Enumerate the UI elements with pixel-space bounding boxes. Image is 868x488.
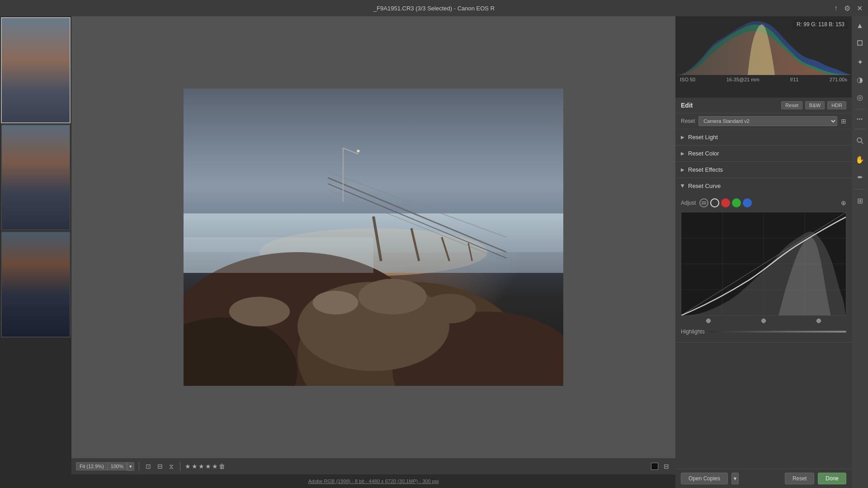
hand-tool-icon[interactable]: ✋ bbox=[854, 154, 866, 166]
adjust-row: Adjust bbox=[681, 198, 846, 207]
zoom-100-button[interactable]: 100% bbox=[107, 462, 127, 470]
filmstrip-item-2[interactable] bbox=[1, 124, 71, 230]
channel-red-btn[interactable] bbox=[721, 198, 730, 207]
right-panel: R: 99 G: 118 B: 153 bbox=[675, 16, 852, 488]
grid-tool-icon[interactable]: ⊞ bbox=[855, 195, 865, 207]
color-section-title: Reset Color bbox=[688, 150, 719, 157]
section-effects-header[interactable]: ▶ Reset Effects bbox=[675, 162, 852, 178]
star-3[interactable]: ★ bbox=[198, 463, 204, 470]
highlights-row: Highlights bbox=[681, 326, 846, 338]
section-color-header[interactable]: ▶ Reset Color bbox=[675, 145, 852, 161]
more-tools-icon[interactable]: ••• bbox=[855, 115, 865, 123]
curve-graph bbox=[681, 212, 846, 316]
star-5[interactable]: ★ bbox=[212, 463, 218, 470]
photo-overlay bbox=[184, 89, 563, 386]
titlebar: _F9A1951.CR3 (3/3 Selected) - Canon EOS … bbox=[0, 0, 868, 16]
channel-blue-btn[interactable] bbox=[743, 198, 752, 207]
mask-tool-icon[interactable]: ◑ bbox=[855, 74, 865, 86]
compare-icon[interactable]: ⊟ bbox=[156, 462, 165, 471]
star-1[interactable]: ★ bbox=[185, 463, 191, 470]
curve-section-title: Reset Curve bbox=[688, 183, 721, 189]
main-photo bbox=[184, 89, 563, 386]
histogram-canvas bbox=[675, 16, 852, 75]
curve-arrow-icon: ▶ bbox=[680, 184, 685, 188]
svg-point-23 bbox=[423, 294, 476, 324]
reset-button[interactable]: Reset bbox=[785, 473, 814, 484]
status-bar: Adobe RGB (1998) - 8 bit - 4480 x 6720 (… bbox=[71, 474, 675, 488]
channel-composite-btn[interactable] bbox=[699, 198, 708, 207]
channel-buttons bbox=[699, 198, 752, 207]
split-view-button[interactable]: ⊟ bbox=[662, 462, 671, 471]
curve-point-1[interactable] bbox=[706, 319, 711, 323]
edit-panel: Edit Reset B&W HDR Reset Camera Standard… bbox=[675, 98, 852, 469]
redeye-tool-icon[interactable]: ◎ bbox=[855, 91, 865, 103]
multiview-icon[interactable]: ⊡ bbox=[144, 462, 153, 471]
zoom-dropdown-button[interactable]: ▾ bbox=[127, 462, 134, 471]
edit-header-buttons: Reset B&W HDR bbox=[781, 101, 846, 109]
section-light-header[interactable]: ▶ Reset Light bbox=[675, 129, 852, 145]
open-copies-dropdown-button[interactable]: ▾ bbox=[731, 473, 739, 484]
histogram-panel-icon[interactable]: ▲ bbox=[854, 20, 865, 32]
edit-title: Edit bbox=[681, 102, 693, 109]
zoom-group: Fit (12.9%) 100% ▾ bbox=[76, 462, 134, 471]
reset-edit-button[interactable]: Reset bbox=[781, 101, 802, 109]
titlebar-title: _F9A1951.CR3 (3/3 Selected) - Canon EOS … bbox=[373, 5, 495, 12]
color-swatch[interactable] bbox=[651, 463, 658, 470]
close-icon[interactable]: ✕ bbox=[857, 4, 863, 13]
star-4[interactable]: ★ bbox=[205, 463, 211, 470]
iso-label: ISO 50 bbox=[680, 77, 695, 82]
svg-line-36 bbox=[861, 142, 863, 144]
curve-point-3[interactable] bbox=[816, 319, 821, 323]
side-icon-separator-3 bbox=[854, 189, 865, 189]
section-light: ▶ Reset Light bbox=[675, 129, 852, 145]
hdr-button[interactable]: HDR bbox=[827, 101, 846, 109]
focal-length-label: 16-35@21 mm bbox=[726, 77, 760, 82]
section-effects: ▶ Reset Effects bbox=[675, 162, 852, 178]
svg-point-21 bbox=[313, 291, 359, 314]
filmstrip-item-1[interactable] bbox=[1, 17, 71, 123]
view-icons: ⊡ ⊟ ⧖ bbox=[144, 462, 175, 471]
svg-point-18 bbox=[357, 150, 359, 152]
star-2[interactable]: ★ bbox=[192, 463, 198, 470]
profile-dropdown[interactable]: Camera Standard v2 bbox=[698, 116, 837, 126]
add-point-button[interactable]: ⊕ bbox=[841, 199, 846, 206]
section-curve-header[interactable]: ▶ Reset Curve bbox=[675, 178, 852, 194]
delete-button[interactable]: 🗑 bbox=[219, 463, 225, 470]
filter-icon[interactable]: ⧖ bbox=[167, 462, 175, 471]
canvas-outer bbox=[71, 16, 675, 458]
curve-content: Adjust bbox=[675, 194, 852, 342]
done-button[interactable]: Done bbox=[818, 473, 846, 484]
bw-button[interactable]: B&W bbox=[805, 101, 825, 109]
picker-tool-icon[interactable]: ✒ bbox=[855, 171, 865, 183]
channel-green-btn[interactable] bbox=[732, 198, 741, 207]
effects-section-title: Reset Effects bbox=[688, 166, 723, 173]
divider-1 bbox=[139, 462, 139, 471]
curve-point-2[interactable] bbox=[761, 319, 766, 323]
section-color: ▶ Reset Color bbox=[675, 145, 852, 162]
curve-points-row bbox=[681, 316, 846, 326]
adjust-label: Adjust bbox=[681, 200, 696, 206]
highlights-slider-track bbox=[708, 331, 846, 333]
filmstrip-item-3[interactable] bbox=[1, 231, 71, 338]
channel-white-btn[interactable] bbox=[710, 198, 719, 207]
main-photo-container bbox=[184, 89, 563, 386]
metadata-row: ISO 50 16-35@21 mm f/11 271.00s bbox=[675, 75, 852, 84]
light-section-title: Reset Light bbox=[688, 134, 718, 141]
zoom-fit-button[interactable]: Fit (12.9%) bbox=[76, 462, 107, 470]
grid-view-button[interactable]: ⊞ bbox=[841, 117, 846, 125]
crop-tool-icon[interactable] bbox=[854, 37, 866, 51]
status-text[interactable]: Adobe RGB (1998) - 8 bit - 4480 x 6720 (… bbox=[308, 479, 439, 484]
open-copies-button[interactable]: Open Copies bbox=[681, 473, 728, 484]
settings-icon[interactable]: ⚙ bbox=[844, 4, 850, 13]
section-curve: ▶ Reset Curve Adjust bbox=[675, 178, 852, 343]
shutter-label: 271.00s bbox=[830, 77, 847, 82]
histogram-svg bbox=[675, 16, 852, 75]
heal-tool-icon[interactable]: ✦ bbox=[855, 56, 865, 68]
svg-rect-34 bbox=[858, 41, 862, 45]
right-side-icons: ▲ ✦ ◑ ◎ ••• ✋ ✒ ⊞ bbox=[852, 16, 868, 488]
export-icon[interactable]: ↑ bbox=[834, 4, 838, 12]
zoom-tool-icon[interactable] bbox=[854, 135, 866, 148]
svg-rect-19 bbox=[184, 237, 373, 273]
svg-point-22 bbox=[358, 279, 426, 314]
effects-arrow-icon: ▶ bbox=[681, 167, 684, 172]
